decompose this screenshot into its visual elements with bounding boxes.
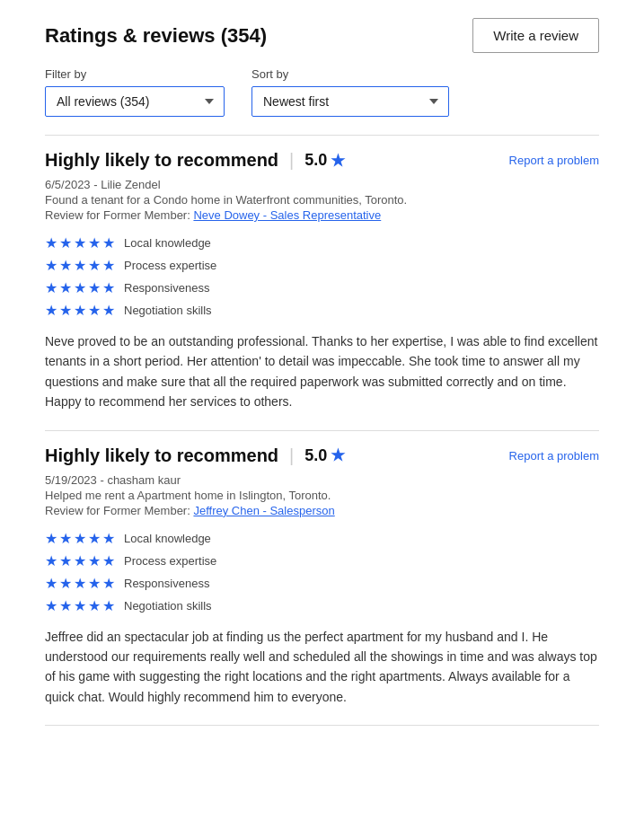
star-icon: ★ <box>59 597 72 614</box>
write-review-button[interactable]: Write a review <box>472 18 599 53</box>
rating-categories: ★★★★★ Local knowledge ★★★★★ Process expe… <box>45 234 599 319</box>
star-icon: ★ <box>45 575 57 592</box>
star-icon: ★ <box>88 530 101 547</box>
filter-by-select[interactable]: All reviews (354) <box>45 86 225 117</box>
header-row: Ratings & reviews (354) Write a review <box>45 18 599 53</box>
star-icon: ★ <box>102 234 115 251</box>
review-for-link[interactable]: Jeffrey Chen - Salesperson <box>193 504 334 517</box>
star-icon: ★ <box>45 597 57 614</box>
star-icon: ★ <box>88 234 101 251</box>
review-divider <box>45 725 599 726</box>
star-icon: ★ <box>88 257 101 274</box>
review-recommendation: Highly likely to recommend | 5.0 ★ <box>45 150 345 171</box>
star-icon: ★ <box>74 302 86 319</box>
stars-group: ★★★★★ <box>45 530 115 547</box>
review-text: Neve proved to be an outstanding profess… <box>45 331 599 412</box>
rating-score: 5.0 ★ <box>304 151 345 171</box>
rating-row: ★★★★★ Local knowledge <box>45 530 599 547</box>
rating-row: ★★★★★ Process expertise <box>45 257 599 274</box>
star-icon: ★ <box>74 530 86 547</box>
star-icon: ★ <box>59 279 72 296</box>
star-icon: ★ <box>102 279 115 296</box>
category-label: Process expertise <box>124 259 216 272</box>
star-icon: ★ <box>74 257 86 274</box>
star-icon: ★ <box>59 552 72 569</box>
rating-row: ★★★★★ Process expertise <box>45 552 599 569</box>
rating-row: ★★★★★ Negotiation skills <box>45 597 599 614</box>
stars-group: ★★★★★ <box>45 575 115 592</box>
star-icon: ★ <box>88 552 101 569</box>
stars-group: ★★★★★ <box>45 302 115 319</box>
star-icon: ★ <box>102 552 115 569</box>
star-icon: ★ <box>88 279 101 296</box>
category-label: Negotiation skills <box>124 599 212 613</box>
review-recommendation: Highly likely to recommend | 5.0 ★ <box>45 445 345 466</box>
star-icon: ★ <box>102 257 115 274</box>
star-icon: ★ <box>74 575 86 592</box>
category-label: Local knowledge <box>124 236 211 250</box>
star-icon: ★ <box>59 257 72 274</box>
filters-row: Filter by All reviews (354) Sort by Newe… <box>45 67 599 117</box>
review-description: Helped me rent a Apartment home in Islin… <box>45 489 599 502</box>
star-icon: ★ <box>74 597 86 614</box>
stars-group: ★★★★★ <box>45 552 115 569</box>
category-label: Responsiveness <box>124 281 209 295</box>
filter-by-group: Filter by All reviews (354) <box>45 67 225 117</box>
review-for: Review for Former Member: Jeffrey Chen -… <box>45 504 599 517</box>
star-icon: ★ <box>102 530 115 547</box>
star-icon: ★ <box>45 257 57 274</box>
review-meta: 6/5/2023 - Lilie Zendel <box>45 178 599 191</box>
separator: | <box>289 150 294 171</box>
review-header: Highly likely to recommend | 5.0 ★ Repor… <box>45 445 599 466</box>
reviews-container: Highly likely to recommend | 5.0 ★ Repor… <box>45 150 599 726</box>
review-divider <box>45 430 599 431</box>
sort-by-label: Sort by <box>251 67 449 81</box>
star-icon: ★ <box>45 552 57 569</box>
rating-row: ★★★★★ Responsiveness <box>45 575 599 592</box>
stars-group: ★★★★★ <box>45 257 115 274</box>
review-for: Review for Former Member: Neve Dowey - S… <box>45 208 599 222</box>
review-header: Highly likely to recommend | 5.0 ★ Repor… <box>45 150 599 171</box>
filter-by-label: Filter by <box>45 67 225 81</box>
review-block: Highly likely to recommend | 5.0 ★ Repor… <box>45 150 599 431</box>
review-meta: 5/19/2023 - chasham kaur <box>45 473 599 487</box>
category-label: Responsiveness <box>124 577 209 590</box>
filter-select-wrapper: All reviews (354) <box>45 86 225 117</box>
star-icon: ★ <box>59 234 72 251</box>
category-label: Process expertise <box>124 554 216 568</box>
stars-group: ★★★★★ <box>45 597 115 614</box>
review-for-link[interactable]: Neve Dowey - Sales Representative <box>193 208 381 222</box>
rating-score: 5.0 ★ <box>304 445 345 465</box>
category-label: Local knowledge <box>124 532 211 545</box>
report-problem-link[interactable]: Report a problem <box>509 154 599 167</box>
star-icon: ★ <box>88 302 101 319</box>
stars-group: ★★★★★ <box>45 234 115 251</box>
sort-by-select[interactable]: Newest first Oldest first Highest rated … <box>251 86 449 117</box>
sort-by-group: Sort by Newest first Oldest first Highes… <box>251 67 449 117</box>
star-icon: ★ <box>74 279 86 296</box>
star-icon: ★ <box>45 234 57 251</box>
report-problem-link[interactable]: Report a problem <box>509 449 599 463</box>
sort-select-wrapper: Newest first Oldest first Highest rated … <box>251 86 449 117</box>
divider-top <box>45 135 599 136</box>
star-icon: ★ <box>88 597 101 614</box>
rating-star-icon: ★ <box>331 151 345 171</box>
rating-row: ★★★★★ Local knowledge <box>45 234 599 251</box>
page-title: Ratings & reviews (354) <box>45 24 267 48</box>
rating-row: ★★★★★ Negotiation skills <box>45 302 599 319</box>
star-icon: ★ <box>59 530 72 547</box>
star-icon: ★ <box>45 279 57 296</box>
star-icon: ★ <box>45 530 57 547</box>
star-icon: ★ <box>88 575 101 592</box>
rating-row: ★★★★★ Responsiveness <box>45 279 599 296</box>
rating-star-icon: ★ <box>331 445 345 465</box>
rating-categories: ★★★★★ Local knowledge ★★★★★ Process expe… <box>45 530 599 614</box>
recommend-text: Highly likely to recommend <box>45 445 278 466</box>
star-icon: ★ <box>102 302 115 319</box>
star-icon: ★ <box>74 552 86 569</box>
star-icon: ★ <box>102 597 115 614</box>
recommend-text: Highly likely to recommend <box>45 150 278 171</box>
star-icon: ★ <box>74 234 86 251</box>
star-icon: ★ <box>59 575 72 592</box>
review-description: Found a tenant for a Condo home in Water… <box>45 193 599 207</box>
